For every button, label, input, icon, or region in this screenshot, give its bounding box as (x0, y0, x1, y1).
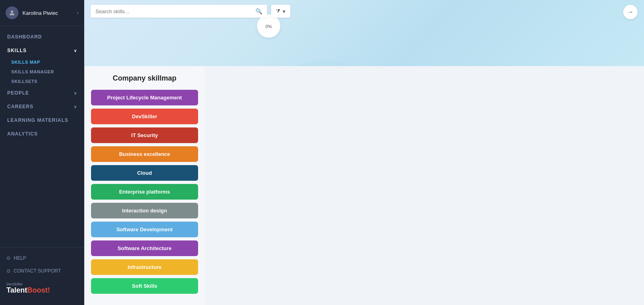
sidebar: Karolina Piwiec › DASHBOARD SKILLS ∨ SKI… (0, 0, 84, 305)
sidebar-nav: DASHBOARD SKILLS ∨ SKILLS MAP SKILLS MAN… (0, 26, 84, 247)
filter-icon: ⧩ (276, 8, 280, 14)
filter-button[interactable]: ⧩ ▾ (271, 5, 290, 18)
category-btn-enterprise-platforms[interactable]: Enterprise platforms (91, 184, 198, 200)
category-btn-it-security[interactable]: IT Security (91, 127, 198, 143)
arrow-right-icon: → (627, 8, 634, 16)
username: Karolina Piwiec (22, 10, 77, 16)
brand-talent: Talent (6, 286, 27, 294)
avatar (6, 6, 18, 19)
chevron-down-icon-careers: ∨ (74, 105, 77, 109)
category-btn-infrastructure[interactable]: Infrastructure (91, 259, 198, 275)
categories-list: Project Lifecycle ManagementDevSkillerIT… (91, 90, 198, 294)
search-box[interactable]: 🔍 (91, 5, 267, 18)
sidebar-item-learning[interactable]: LEARNING MATERIALS (0, 113, 84, 127)
category-btn-software-architecture[interactable]: Software Architecture (91, 240, 198, 256)
category-btn-business-excellence[interactable]: Business excellence (91, 146, 198, 162)
main-content: 🔍 ⧩ ▾ → PeopLE Sonar58%👥 8FindBugs48%👥 6… (84, 0, 644, 305)
search-icon: 🔍 (255, 8, 262, 14)
sidebar-item-skills-map[interactable]: SKILLS MAP (0, 57, 84, 67)
chevron-down-icon: ∨ (74, 48, 77, 53)
right-panel: Company skillmap Project Lifecycle Manag… (84, 66, 205, 305)
sidebar-item-skillsets[interactable]: SKILLSETS (0, 77, 84, 86)
sidebar-item-people[interactable]: PEOPLE ∨ (0, 86, 84, 100)
skills-label: SKILLS (7, 48, 26, 53)
category-btn-cloud[interactable]: Cloud (91, 165, 198, 181)
navigate-arrow-button[interactable]: → (623, 5, 638, 19)
panel-title: Company skillmap (91, 74, 198, 83)
brand-devskiller: DevSkiller (6, 282, 50, 286)
sidebar-item-careers[interactable]: CAREERS ∨ (0, 100, 84, 113)
category-btn-devskiller[interactable]: DevSkiller (91, 109, 198, 124)
sidebar-bottom: ⊙ HELP ⊙ CONTACT SUPPORT DevSkiller Tale… (0, 247, 84, 305)
dashboard-label: DASHBOARD (7, 34, 42, 40)
sidebar-item-skills[interactable]: SKILLS ∨ (0, 44, 84, 57)
category-btn-software-development[interactable]: Software Development (91, 222, 198, 237)
sidebar-item-analytics[interactable]: ANALYTICS (0, 127, 84, 141)
sidebar-item-skills-manager[interactable]: SKILLS MANAGER (0, 67, 84, 77)
filter-chevron: ▾ (283, 8, 286, 14)
help-icon: ⊙ (6, 255, 10, 261)
category-btn-interaction-design[interactable]: Interaction design (91, 203, 198, 218)
sidebar-item-dashboard[interactable]: DASHBOARD (0, 30, 84, 44)
category-btn-soft-skills[interactable]: Soft Skills (91, 278, 198, 294)
brand-boost: Boost (27, 286, 48, 294)
chevron-right-icon: › (77, 10, 79, 16)
help-link[interactable]: ⊙ HELP (0, 252, 84, 265)
contact-icon: ⊙ (6, 268, 10, 274)
category-btn-plm[interactable]: Project Lifecycle Management (91, 90, 198, 105)
contact-support-link[interactable]: ⊙ CONTACT SUPPORT (0, 265, 84, 277)
skill-pct-top-item: 0% (265, 24, 272, 29)
search-input[interactable] (95, 8, 252, 14)
svg-point-0 (11, 10, 13, 13)
brand-logo: DevSkiller TalentBoost! (0, 277, 84, 301)
toolbar: 🔍 ⧩ ▾ → (91, 5, 638, 18)
chevron-down-icon-people: ∨ (74, 91, 77, 95)
skill-bubble-top-item[interactable]: 0% (257, 14, 280, 38)
user-profile[interactable]: Karolina Piwiec › (0, 0, 84, 26)
